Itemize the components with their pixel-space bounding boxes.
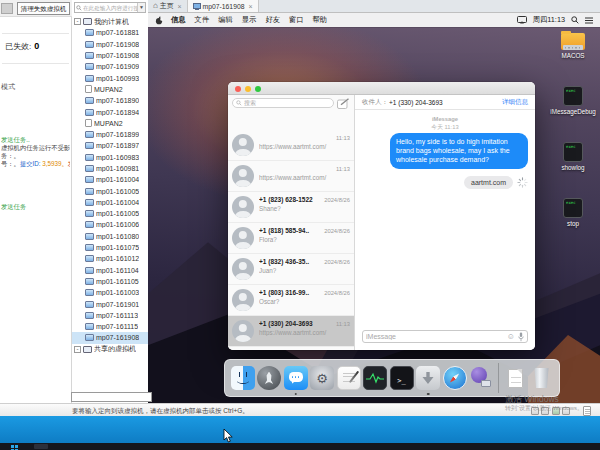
- conversation-row[interactable]: 11:13https://www.aartmt.com/: [228, 130, 354, 161]
- vm-tree-item[interactable]: mp07-161890: [72, 95, 148, 106]
- link-preview-bubble[interactable]: aartmt.com: [464, 176, 513, 189]
- minimize-window-icon[interactable]: [245, 86, 251, 92]
- vm-tree-item[interactable]: mp07-161897: [72, 140, 148, 151]
- menubar-clock[interactable]: 周四11:13: [533, 15, 565, 25]
- menu-item-3[interactable]: 显示: [242, 15, 257, 25]
- vm-tree-item[interactable]: mp01-161105: [72, 276, 148, 287]
- vm-tree-item[interactable]: mp01-161004: [72, 174, 148, 185]
- message-input[interactable]: [366, 333, 507, 340]
- vm-tree-item[interactable]: mp01-161012: [72, 253, 148, 264]
- message-input-field[interactable]: ☺: [362, 330, 528, 343]
- conversation-row[interactable]: +1 (823) 628-15222024/8/26Shane?: [228, 192, 354, 223]
- vm-tree-item[interactable]: mp01-161080: [72, 231, 148, 242]
- to-label: 收件人：: [362, 98, 388, 107]
- dock-icon-messages[interactable]: [284, 366, 308, 390]
- vm-tree-item[interactable]: MUPAN2: [72, 84, 148, 95]
- vm-tree-item[interactable]: mp01-160981: [72, 163, 148, 174]
- tab-vm-mp07-161908[interactable]: mp07-161908 ×: [188, 0, 259, 12]
- vm-tree-root[interactable]: - 我的计算机: [72, 16, 148, 27]
- vm-tree-item[interactable]: mp07-161899: [72, 129, 148, 140]
- vm-tree-item[interactable]: mp01-160993: [72, 72, 148, 83]
- dock-icon-installer[interactable]: [416, 366, 440, 390]
- close-icon[interactable]: ×: [177, 3, 181, 10]
- folder-icon: [561, 33, 585, 50]
- vm-tree-item[interactable]: mp07-161113: [72, 310, 148, 321]
- vm-search-box[interactable]: ▼: [74, 2, 146, 13]
- menu-app[interactable]: 信息: [171, 15, 186, 25]
- windows-start-icon[interactable]: [11, 445, 14, 448]
- conversation-row[interactable]: 11:13https://www.aartmt.com/: [228, 161, 354, 192]
- vm-tree-item[interactable]: mp07-161894: [72, 106, 148, 117]
- details-link[interactable]: 详细信息: [502, 98, 528, 107]
- dock-icon-textedit[interactable]: [337, 366, 361, 390]
- desktop-icon-macos[interactable]: MACOS: [561, 29, 585, 59]
- vm-tree-item[interactable]: MUPAN2: [72, 118, 148, 129]
- microphone-icon[interactable]: [518, 332, 524, 342]
- vm-tree-item[interactable]: mp07-161908: [72, 332, 148, 343]
- conversation-search-box[interactable]: [232, 98, 334, 108]
- vm-tree-item[interactable]: mp01-161075: [72, 242, 148, 253]
- vm-tree-item[interactable]: mp01-160983: [72, 152, 148, 163]
- menu-item-1[interactable]: 文件: [195, 15, 210, 25]
- dock-icon-system-preferences[interactable]: ⚙: [310, 366, 334, 390]
- emoji-picker-icon[interactable]: ☺: [507, 333, 515, 341]
- desktop-icon-showlog[interactable]: showlog: [561, 142, 584, 171]
- conversation-row[interactable]: +1 (330) 204-369311:13https://www.aartmt…: [228, 316, 354, 347]
- desktop-icon-imessagedebug[interactable]: iMessageDebug: [550, 86, 596, 115]
- conversation-row[interactable]: +1 (832) 436-35..2024/8/26Juan?: [228, 254, 354, 285]
- apple-menu-icon[interactable]: [155, 16, 163, 25]
- spotlight-search-icon[interactable]: [571, 16, 579, 24]
- compose-message-icon[interactable]: [337, 98, 350, 109]
- vm-item-label: mp07-161881: [96, 29, 139, 36]
- taskbar-app-icon[interactable]: [34, 444, 48, 449]
- dock-icon-finder[interactable]: [231, 366, 255, 390]
- conversation-search-input[interactable]: [244, 100, 330, 106]
- clean-invalid-vms-button[interactable]: 清理失效虚拟机: [17, 2, 70, 15]
- vm-tree-item[interactable]: mp07-161115: [72, 321, 148, 332]
- conversation-row[interactable]: +1 (803) 316-99..2024/8/26Oscar?: [228, 285, 354, 316]
- vm-tree-item[interactable]: mp07-161881: [72, 27, 148, 38]
- menu-item-6[interactable]: 帮助: [313, 15, 328, 25]
- vm-tree-item[interactable]: mp07-161908: [72, 39, 148, 50]
- notes-icon[interactable]: [583, 406, 591, 416]
- close-icon[interactable]: ×: [248, 3, 252, 10]
- search-dropdown-icon[interactable]: ▼: [137, 3, 145, 12]
- dock-icon-safari[interactable]: [443, 366, 467, 390]
- vm-item-label: mp01-161012: [96, 255, 139, 262]
- dock-icon-activity-monitor[interactable]: [363, 366, 387, 390]
- vm-tree-item[interactable]: mp07-161901: [72, 298, 148, 309]
- notification-center-icon[interactable]: [585, 17, 593, 24]
- dock-icon-network-utility[interactable]: [469, 366, 493, 390]
- messages-window[interactable]: 11:13https://www.aartmt.com/11:13https:/…: [228, 82, 535, 350]
- menu-item-5[interactable]: 窗口: [289, 15, 304, 25]
- menu-item-4[interactable]: 好友: [265, 15, 280, 25]
- toolbar-gray-button[interactable]: [1, 3, 13, 14]
- vm-tree-item[interactable]: mp01-161104: [72, 265, 148, 276]
- messages-titlebar[interactable]: [228, 82, 535, 95]
- vm-search-input[interactable]: [83, 5, 137, 11]
- display-mirroring-icon[interactable]: [517, 16, 527, 24]
- conversation-row[interactable]: +1 (818) 585-94..2024/8/26Flora?: [228, 223, 354, 254]
- to-value[interactable]: +1 (330) 204-3693: [389, 99, 443, 106]
- vm-tree-item[interactable]: mp01-161006: [72, 219, 148, 230]
- vm-tree-shared[interactable]: - 共享的虚拟机: [72, 344, 148, 355]
- vm-tree-item[interactable]: mp01-161003: [72, 287, 148, 298]
- close-window-icon[interactable]: [235, 86, 241, 92]
- dock-icon-terminal[interactable]: [390, 366, 414, 390]
- dock-icon-text-file[interactable]: [503, 366, 527, 390]
- dock-icon-trash[interactable]: [530, 366, 554, 390]
- desktop-icon-stop[interactable]: stop: [563, 198, 583, 227]
- tab-home[interactable]: ⌂ 主页 ×: [148, 0, 188, 12]
- vm-tree-item[interactable]: mp07-161909: [72, 61, 148, 72]
- vm-tree-item[interactable]: mp01-161004: [72, 197, 148, 208]
- vm-tree-item[interactable]: mp01-161005: [72, 208, 148, 219]
- zoom-window-icon[interactable]: [255, 86, 261, 92]
- vm-tree-item[interactable]: mp01-161005: [72, 185, 148, 196]
- vm-tree-item[interactable]: mp07-161908: [72, 50, 148, 61]
- vm-icon: [85, 52, 94, 59]
- tree-expander-icon[interactable]: -: [74, 18, 81, 25]
- dock-icon-launchpad[interactable]: [257, 366, 281, 390]
- vm-panel-footer-field[interactable]: [71, 392, 152, 402]
- menu-item-2[interactable]: 编辑: [218, 15, 233, 25]
- tree-expander-icon[interactable]: -: [74, 346, 81, 353]
